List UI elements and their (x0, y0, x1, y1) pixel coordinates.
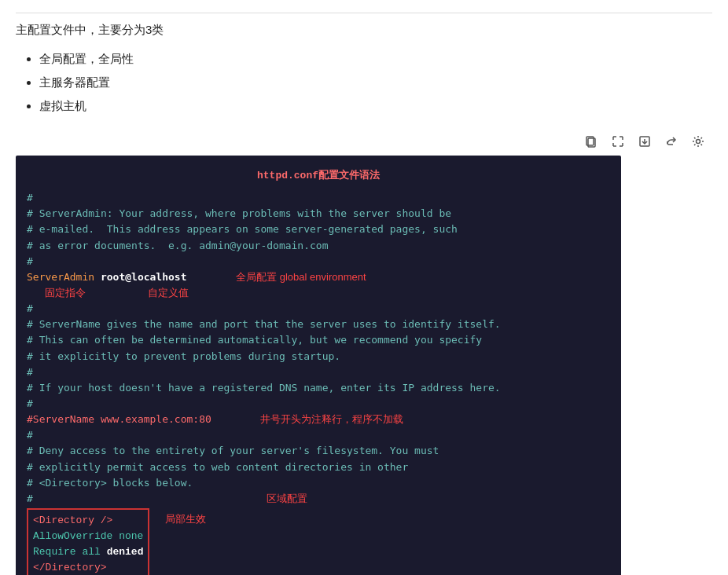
settings-button[interactable] (687, 130, 709, 152)
annotation-region: 区域配置 (267, 493, 307, 504)
download-button[interactable] (634, 130, 656, 152)
share-button[interactable] (660, 130, 682, 152)
annotation-local: 局部生效 (165, 513, 206, 525)
page-container: 主配置文件中，主要分为3类 全局配置，全局性 主服务器配置 虚拟主机 httpd… (0, 0, 728, 575)
directory-block: <Directory /> AllowOverride none Require… (27, 508, 149, 575)
intro-heading: 主配置文件中，主要分为3类 (16, 13, 712, 38)
bullet-list: 全局配置，全局性 主服务器配置 虚拟主机 (16, 47, 712, 118)
annotation-custom: 自定义值 (148, 285, 189, 301)
bullet-item-1: 全局配置，全局性 (39, 47, 712, 71)
code-toolbar (16, 130, 712, 152)
code-content: # # ServerAdmin: Your address, where pro… (27, 190, 610, 507)
bullet-item-3: 虚拟主机 (39, 94, 712, 118)
annotation-global: 全局配置 global environment (236, 271, 366, 283)
annotation-comment: 井号开头为注释行，程序不加载 (260, 412, 403, 427)
expand-button[interactable] (607, 130, 629, 152)
code-title: httpd.conf配置文件语法 (257, 170, 380, 181)
copy-button[interactable] (580, 130, 602, 152)
code-block: httpd.conf配置文件语法 # # ServerAdmin: Your a… (16, 156, 621, 575)
annotation-fixed: 固定指令 (45, 285, 86, 301)
bullet-item-2: 主服务器配置 (39, 71, 712, 94)
dir-allow: AllowOverride none (33, 530, 143, 542)
dir-open: <Directory /> (33, 515, 112, 526)
dir-close: </Directory> (33, 562, 107, 573)
svg-point-4 (697, 140, 700, 144)
